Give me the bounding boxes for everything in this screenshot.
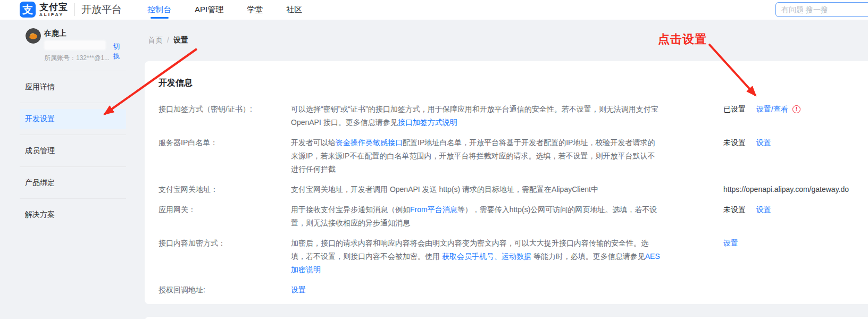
row-app-gateway: 应用网关： 用于接收支付宝异步通知消息（例如From平台消息等），需要传入htt… bbox=[158, 203, 868, 230]
sidebar-item-member-management[interactable]: 成员管理 bbox=[20, 135, 126, 166]
gateway-url: https://openapi.alipay.com/gateway.do bbox=[723, 183, 868, 196]
annotation-click-settings: 点击设置 bbox=[658, 31, 707, 47]
row-description: 支付宝网关地址，开发者调用 OpenAPI 发送 http(s) 请求的目标地址… bbox=[291, 183, 662, 196]
row-label: 服务器IP白名单： bbox=[158, 136, 291, 149]
row-auth-callback: 授权回调地址: 设置 bbox=[158, 283, 868, 297]
from-platform-message-link[interactable]: From平台消息 bbox=[410, 205, 457, 214]
set-link[interactable]: 设置 bbox=[756, 136, 771, 149]
desc-text: 等能力时，必填。更多信息请参见 bbox=[531, 252, 645, 261]
row-description: 可以选择“密钥”或“证书”的接口加签方式，用于保障应用和开放平台通信的安全性。若… bbox=[291, 103, 662, 129]
set-view-link[interactable]: 设置/查看 bbox=[756, 103, 788, 116]
row-action: 设置/查看 ! bbox=[756, 103, 868, 116]
top-nav: 控制台 API管理 学堂 社区 bbox=[147, 0, 302, 20]
alipay-logo-glyph: 支 bbox=[22, 3, 33, 17]
status-badge: 已设置 bbox=[723, 103, 756, 116]
sign-method-doc-link[interactable]: 接口加签方式说明 bbox=[398, 118, 457, 127]
row-description: 加密后，接口的请求内容和响应内容将会由明文内容变为密文内容，可以大大提升接口内容… bbox=[291, 237, 662, 276]
row-description: 设置 bbox=[291, 283, 662, 297]
brand-name-en: ALIPAY bbox=[39, 13, 68, 17]
row-label: 应用网关： bbox=[158, 203, 291, 216]
alipay-logo-icon: 支 bbox=[20, 2, 36, 18]
desc-text: 可以选择“密钥”或“证书”的接口加签方式，用于保障应用和开放平台通信的安全性。若… bbox=[291, 105, 658, 127]
sidebar-item-label: 产品绑定 bbox=[20, 178, 55, 188]
avatar-image bbox=[26, 28, 41, 44]
row-action: 设置 bbox=[723, 237, 868, 250]
sidebar-item-solutions[interactable]: 解决方案 bbox=[20, 198, 126, 230]
user-block: 在鹿上 切换 所属账号：132***@1... bbox=[20, 27, 126, 66]
member-phone-sports-data-link[interactable]: 获取会员手机号、运动数据 bbox=[442, 252, 531, 261]
row-label: 授权回调地址: bbox=[158, 283, 291, 297]
next-card-edge bbox=[145, 317, 868, 319]
row-label: 接口加签方式（密钥/证书）: bbox=[158, 103, 291, 116]
desc-text: 用于接收支付宝异步通知消息（例如 bbox=[291, 205, 410, 214]
nav-tab-label: 学堂 bbox=[247, 5, 263, 15]
warning-icon[interactable]: ! bbox=[792, 105, 800, 113]
nav-tab-api-management[interactable]: API管理 bbox=[195, 0, 223, 20]
breadcrumb-current: 设置 bbox=[173, 36, 188, 45]
brand-text: 支付宝 ALIPAY bbox=[39, 3, 68, 17]
sidebar-item-label: 应用详情 bbox=[20, 82, 55, 92]
sidebar-item-label: 解决方案 bbox=[20, 210, 55, 220]
nav-tab-console[interactable]: 控制台 bbox=[147, 0, 171, 20]
product-name: 开放平台 bbox=[81, 3, 122, 16]
set-link[interactable]: 设置 bbox=[291, 286, 306, 294]
row-content-encryption: 接口内容加密方式： 加密后，接口的请求内容和响应内容将会由明文内容变为密文内容，… bbox=[158, 237, 868, 276]
desc-text: 支付宝网关地址，开发者调用 OpenAPI 发送 http(s) 请求的目标地址… bbox=[291, 185, 598, 194]
redacted-app-name bbox=[44, 40, 106, 50]
row-action: 设置 bbox=[756, 203, 868, 216]
status-badge: 未设置 bbox=[723, 136, 756, 149]
sidebar-item-label: 开发设置 bbox=[20, 114, 55, 124]
logo-divider bbox=[74, 3, 75, 16]
row-description: 用于接收支付宝异步通知消息（例如From平台消息等），需要传入http(s)公网… bbox=[291, 203, 662, 230]
breadcrumb-home[interactable]: 首页 bbox=[148, 36, 163, 45]
user-avatar[interactable] bbox=[26, 28, 41, 44]
row-ip-whitelist: 服务器IP白名单： 开发者可以给资金操作类敏感接口配置IP地址白名单，开放平台将… bbox=[158, 136, 868, 176]
row-label: 支付宝网关地址： bbox=[158, 183, 291, 196]
sidebar-item-app-details[interactable]: 应用详情 bbox=[20, 71, 126, 103]
sidebar-item-label: 成员管理 bbox=[20, 146, 55, 156]
search-input[interactable] bbox=[775, 2, 868, 17]
sidebar: 在鹿上 切换 所属账号：132***@1... 应用详情 开发设置 成员管理 产… bbox=[20, 27, 126, 230]
account-id: 所属账号：132***@1... bbox=[44, 54, 110, 63]
user-name: 在鹿上 bbox=[44, 29, 66, 38]
sensitive-api-link[interactable]: 资金操作类敏感接口 bbox=[336, 138, 403, 147]
set-link[interactable]: 设置 bbox=[723, 237, 738, 250]
nav-tab-label: 社区 bbox=[286, 5, 302, 15]
set-link[interactable]: 设置 bbox=[756, 203, 771, 216]
brand-name-cn: 支付宝 bbox=[39, 3, 68, 12]
status-badge: 未设置 bbox=[723, 203, 756, 216]
row-action: 设置 bbox=[756, 136, 868, 149]
nav-tab-community[interactable]: 社区 bbox=[286, 0, 302, 20]
top-header: 支 支付宝 ALIPAY 开放平台 控制台 API管理 学堂 社区 bbox=[0, 0, 868, 20]
row-description: 开发者可以给资金操作类敏感接口配置IP地址白名单，开放平台将基于开发者配置的IP… bbox=[291, 136, 662, 176]
row-gateway-address: 支付宝网关地址： 支付宝网关地址，开发者调用 OpenAPI 发送 http(s… bbox=[158, 183, 868, 196]
dev-info-card: 开发信息 接口加签方式（密钥/证书）: 可以选择“密钥”或“证书”的接口加签方式… bbox=[145, 61, 868, 304]
sidebar-item-dev-settings[interactable]: 开发设置 bbox=[20, 103, 126, 135]
sidebar-item-product-binding[interactable]: 产品绑定 bbox=[20, 166, 126, 198]
switch-account-link[interactable]: 切换 bbox=[113, 42, 126, 61]
card-title: 开发信息 bbox=[158, 78, 868, 89]
brand-logo-group[interactable]: 支 支付宝 ALIPAY 开放平台 bbox=[20, 2, 122, 18]
desc-text: 开发者可以给 bbox=[291, 138, 336, 147]
breadcrumb-separator: / bbox=[167, 36, 169, 45]
breadcrumb: 首页 / 设置 bbox=[148, 36, 188, 45]
row-sign-method: 接口加签方式（密钥/证书）: 可以选择“密钥”或“证书”的接口加签方式，用于保障… bbox=[158, 103, 868, 129]
nav-tab-label: API管理 bbox=[195, 5, 223, 15]
nav-tab-label: 控制台 bbox=[147, 5, 171, 15]
nav-tab-academy[interactable]: 学堂 bbox=[247, 0, 263, 20]
sidebar-menu: 应用详情 开发设置 成员管理 产品绑定 解决方案 bbox=[20, 71, 126, 230]
row-label: 接口内容加密方式： bbox=[158, 237, 291, 250]
